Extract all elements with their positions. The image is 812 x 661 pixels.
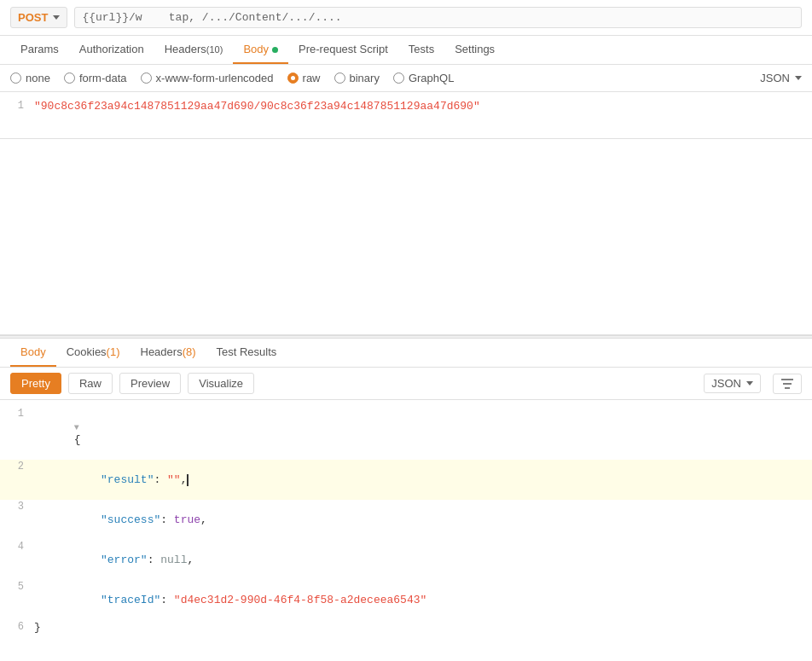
response-line-6: 6 } [0,620,812,635]
json-format-selector-request[interactable]: JSON [760,72,802,84]
method-selector[interactable]: POST [10,7,67,28]
body-type-urlencoded[interactable]: x-www-form-urlencoded [141,72,274,84]
response-line-3: 3 "success": true, [0,500,812,540]
response-format-chevron-icon [746,381,753,386]
request-body-empty-area [0,139,812,335]
tab-pre-request-script[interactable]: Pre-request Script [288,36,398,64]
response-body-viewer: 1 ▼ { 2 "result": "", 3 "success": true,… [0,400,812,641]
radio-urlencoded [141,72,152,84]
radio-none [10,72,21,84]
view-raw-button[interactable]: Raw [68,373,113,394]
body-type-binary[interactable]: binary [334,72,380,84]
tab-tests[interactable]: Tests [398,36,444,64]
response-line-2: 2 "result": "", [0,460,812,500]
url-bar: POST [0,0,812,36]
body-type-raw[interactable]: raw [287,72,321,84]
response-toolbar: Pretty Raw Preview Visualize JSON [0,368,812,400]
body-dot-indicator [272,47,278,53]
body-type-form-data[interactable]: form-data [64,72,127,84]
radio-graphql [393,72,404,84]
response-tab-headers[interactable]: Headers(8) [130,339,206,367]
response-line-1: 1 ▼ { [0,407,812,460]
url-input[interactable] [74,7,802,28]
view-pretty-button[interactable]: Pretty [10,373,61,394]
response-line-5: 5 "traceId": "d4ec31d2-990d-46f4-8f58-a2… [0,580,812,620]
tab-settings[interactable]: Settings [444,36,505,64]
tab-authorization[interactable]: Authorization [69,36,154,64]
request-tabs: Params Authorization Headers(10) Body Pr… [0,36,812,65]
request-line-1: 1 "90c8c36f23a94c1487851129aa47d690/90c8… [0,99,812,113]
radio-form-data [64,72,75,84]
tab-headers[interactable]: Headers(10) [154,36,234,64]
json-chevron-icon [795,76,802,80]
expand-icon-1[interactable]: ▼ [74,423,79,432]
body-type-none[interactable]: none [10,72,50,84]
radio-raw [287,72,299,84]
view-visualize-button[interactable]: Visualize [188,373,254,394]
method-label: POST [18,11,48,24]
body-type-bar: none form-data x-www-form-urlencoded raw… [0,65,812,92]
response-line-4: 4 "error": null, [0,540,812,580]
response-tab-test-results[interactable]: Test Results [206,339,287,367]
view-preview-button[interactable]: Preview [119,373,181,394]
response-tab-body[interactable]: Body [10,339,56,367]
method-chevron-icon [53,15,60,20]
request-body-content: "90c8c36f23a94c1487851129aa47d690/90c8c3… [34,100,812,113]
response-tab-cookies[interactable]: Cookies(1) [56,339,130,367]
request-body-editor[interactable]: 1 "90c8c36f23a94c1487851129aa47d690/90c8… [0,92,812,139]
response-tabs: Body Cookies(1) Headers(8) Test Results [0,339,812,368]
response-format-selector[interactable]: JSON [704,374,761,393]
body-type-graphql[interactable]: GraphQL [393,72,454,84]
tab-params[interactable]: Params [10,36,69,64]
filter-icon-button[interactable] [773,374,802,394]
tab-body[interactable]: Body [233,36,288,64]
cursor-blink [187,474,188,486]
radio-binary [334,72,345,84]
filter-icon [780,378,794,390]
